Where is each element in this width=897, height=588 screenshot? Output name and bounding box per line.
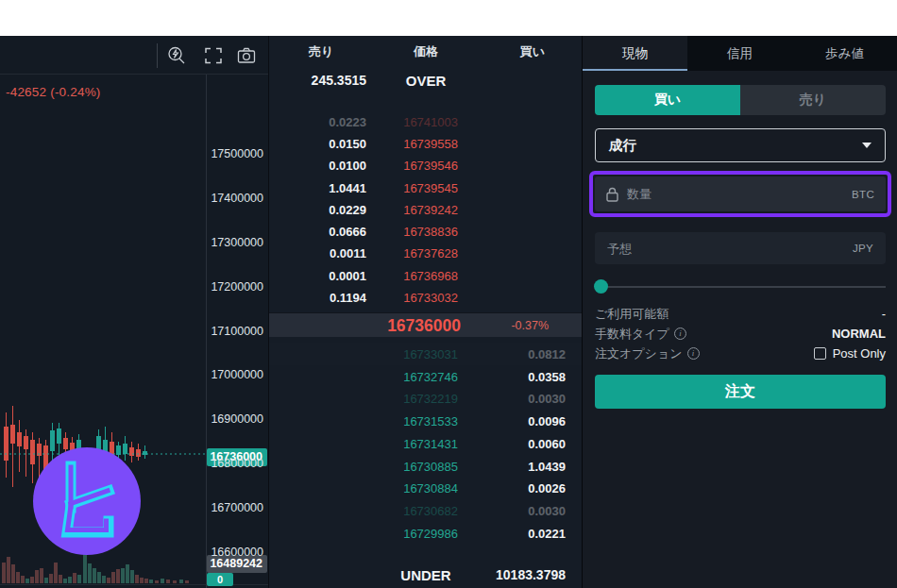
orderbook-header: 売り 価格 買い [269,43,583,62]
sell-tab-button[interactable]: 売り [740,85,886,115]
order-panel-section: 現物信用歩み値 買い 売り 成行 BTC JPY [582,36,897,588]
quantity-highlight-box: BTC [589,171,891,217]
bid-row[interactable]: 0.006016731431 [269,432,583,455]
ask-row[interactable]: 0.010016739546 [269,155,583,176]
volume-axis-tag: 0 [207,573,233,586]
exchange-logo [33,447,141,555]
under-row[interactable]: UNDER 10183.3798 [269,564,583,585]
axis-price-label: 16700000 [211,501,263,514]
last-price-change: -0.37% [511,319,549,332]
order-price: 16731533 [403,414,458,428]
info-row-label: 手数料タイプi [595,326,686,343]
ask-row[interactable]: 0.015016739558 [269,132,583,154]
info-icon[interactable]: i [687,347,700,360]
estimate-unit: JPY [853,243,873,254]
order-price: 16741003 [403,114,458,128]
axis-price-label: 17100000 [211,325,263,338]
order-size: 0.0026 [528,481,566,496]
estimate-input[interactable] [607,242,853,256]
buy-tab-button[interactable]: 買い [595,85,740,115]
estimate-field[interactable]: JPY [595,232,886,264]
order-size: 0.0229 [329,202,366,216]
order-price: 16736968 [403,268,458,282]
over-row[interactable]: 245.3515 OVER [269,70,583,91]
orderbook-section: 売り 価格 買い 245.3515 OVER 0.0223167410030.0… [268,36,582,588]
ask-rows: 0.0223167410030.0150167395580.0100167395… [269,110,583,309]
order-type-dropdown[interactable]: 成行 [595,128,886,162]
order-price: 16733032 [403,291,458,305]
submit-order-button[interactable]: 注文 [595,375,886,409]
fullscreen-icon[interactable] [203,45,224,66]
chevron-down-icon [862,143,872,148]
order-size: 0.0666 [329,225,366,239]
axis-price-label: 16600000 [211,546,263,559]
info-icon[interactable]: i [674,328,686,340]
slider-handle[interactable] [594,279,608,294]
info-row-value-text: Post Only [833,346,886,361]
toolbar-divider [157,43,158,68]
flash-zoom-icon[interactable] [166,45,187,66]
order-price: 16739546 [403,159,458,173]
bid-row[interactable]: 0.035816732746 [269,365,583,388]
price-axis[interactable]: 16736000 16489242 0 17500000174000001730… [206,75,268,588]
order-price: 16729986 [403,526,458,540]
bid-row[interactable]: 1.043916730885 [269,455,583,478]
bid-row[interactable]: 0.081216733031 [269,343,583,365]
order-price: 16732219 [403,392,458,406]
order-size: 0.0812 [528,346,566,361]
info-row-value-text: NORMAL [832,327,886,341]
lock-icon [606,187,618,202]
order-size: 0.0096 [528,414,566,428]
quantity-unit: BTC [852,189,874,200]
order-price: 16732746 [403,369,458,383]
trading-app-window: -42652 (-0.24%) 16736000 16489242 0 1750… [0,0,897,588]
ask-row[interactable]: 0.022316741003 [269,110,583,132]
last-price-row[interactable]: 16736000 -0.37% [269,312,583,337]
order-size: 0.0030 [528,392,566,406]
axis-price-label: 17400000 [211,192,263,205]
bid-row[interactable]: 0.003016732219 [269,388,583,411]
bid-row[interactable]: 0.009616731533 [269,410,583,432]
info-row-value: - [882,307,886,321]
ask-row[interactable]: 0.000116736968 [269,264,583,286]
order-price: 16731431 [403,436,458,450]
order-size: 1.0441 [329,180,366,194]
slider-track[interactable] [606,286,886,288]
order-size: 0.0001 [329,268,366,282]
chart-toolbar [0,36,268,75]
camera-icon[interactable] [236,45,257,66]
panel-tab[interactable]: 信用 [687,36,792,71]
panel-tab[interactable]: 現物 [583,36,687,71]
order-size: 0.1194 [330,291,366,305]
post-only-checkbox[interactable] [814,347,826,360]
order-price: 16737628 [403,246,458,260]
chart-section: -42652 (-0.24%) 16736000 16489242 0 1750… [0,36,268,588]
panel-tabbar: 現物信用歩み値 [583,36,897,71]
over-label: OVER [269,73,583,89]
order-size: 0.0358 [528,369,566,383]
info-row: 手数料タイプiNORMAL [595,324,886,344]
order-size: 1.0439 [528,459,566,473]
ask-row[interactable]: 0.066616738836 [269,220,583,242]
ask-row[interactable]: 1.044116739545 [269,176,583,198]
ask-row[interactable]: 0.119416733032 [269,286,583,308]
bid-row[interactable]: 0.003016730682 [269,499,583,522]
order-size: 0.0060 [528,436,566,450]
quantity-field[interactable]: BTC [595,176,886,211]
amount-slider[interactable] [595,279,886,294]
bid-row[interactable]: 0.022116729986 [269,522,583,545]
browser-white-band [0,0,897,36]
ask-row[interactable]: 0.022916739242 [269,198,583,220]
order-price: 16733031 [403,346,458,361]
info-row: ご利用可能額- [595,304,886,324]
bid-row[interactable]: 0.002616730884 [269,478,583,500]
order-size: 0.0100 [329,159,366,173]
quantity-input[interactable] [627,187,852,201]
buy-column-header: 買い [520,43,545,60]
order-info-rows: ご利用可能額-手数料タイプiNORMAL注文オプションiPost Only [595,304,886,363]
panel-tab[interactable]: 歩み値 [792,36,897,71]
order-price: 16739545 [403,180,458,194]
ask-row[interactable]: 0.001116737628 [269,243,583,264]
order-price: 16739558 [403,136,458,150]
side-toggle: 買い 売り [595,85,886,115]
